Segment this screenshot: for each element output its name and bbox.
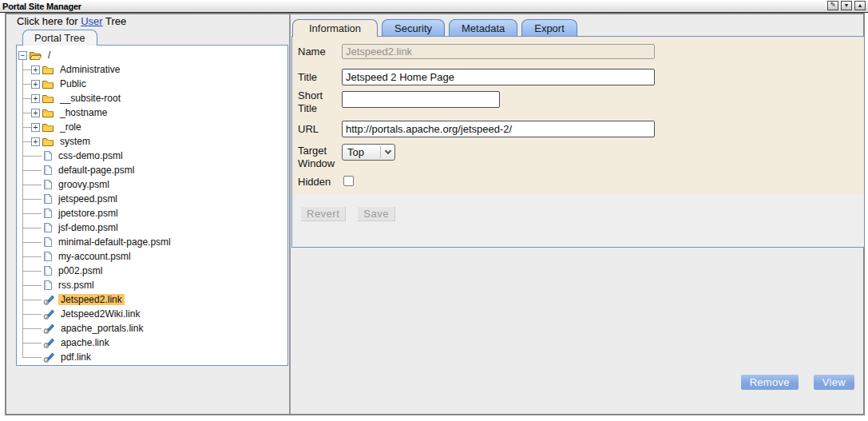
tree-item-system[interactable]: +system	[17, 134, 287, 149]
page-icon	[43, 222, 53, 233]
tree-connector-line	[22, 199, 42, 200]
tree-item-my-account-psml[interactable]: my-account.psml	[17, 249, 287, 264]
tree-item-jsf-demo-psml[interactable]: jsf-demo.psml	[17, 220, 287, 235]
view-button[interactable]: View	[814, 375, 854, 390]
remove-button[interactable]: Remove	[741, 375, 799, 390]
tree-item-label: system	[57, 136, 93, 147]
tree-item-administrative[interactable]: +Administrative	[17, 62, 287, 77]
tree-connector-line	[22, 343, 42, 344]
title-bar: Portal Site Manager ✎ ▼ ▲	[0, 0, 868, 13]
page-icon	[43, 193, 53, 205]
tree-connector-line	[22, 185, 42, 185]
folder-icon	[42, 65, 54, 75]
form-actions: Revert Save	[292, 194, 864, 221]
maximize-icon[interactable]: ▲	[854, 1, 866, 10]
tree-connector-line	[22, 70, 31, 70]
tree-item-[interactable]: −/	[17, 48, 287, 62]
short-title-field[interactable]	[342, 91, 500, 108]
tree-item-jetspeed2-link[interactable]: Jetspeed2.link	[17, 292, 287, 307]
tree-item-p002-psml[interactable]: p002.psml	[17, 264, 287, 278]
url-field[interactable]	[342, 121, 655, 137]
link-icon	[43, 323, 55, 334]
tab-security[interactable]: Security	[382, 19, 445, 36]
tab-metadata[interactable]: Metadata	[449, 19, 517, 36]
expand-icon[interactable]: +	[31, 80, 40, 89]
folder-icon	[42, 137, 54, 147]
tree-item-hostname[interactable]: +_hostname	[17, 105, 287, 120]
target-window-value: Top	[343, 146, 380, 158]
tree-item-label: Jetspeed2.link	[58, 294, 125, 305]
tree-item-rss-psml[interactable]: rss.psml	[17, 278, 287, 292]
tree-item-default-page-psml[interactable]: default-page.psml	[17, 163, 287, 177]
tree-connector-line	[22, 127, 31, 128]
tree-item-jpetstore-psml[interactable]: jpetstore.psml	[17, 206, 287, 220]
tree-item-public[interactable]: +Public	[17, 77, 287, 91]
name-field	[342, 44, 655, 59]
tree-item-apache-portals-link[interactable]: apache_portals.link	[17, 321, 287, 336]
tree-item-role[interactable]: +_role	[17, 120, 287, 134]
tree-connector-line	[22, 314, 42, 315]
tree-item-label: pdf.link	[58, 351, 93, 363]
url-label: URL	[298, 123, 341, 136]
title-field[interactable]	[342, 69, 655, 85]
expand-icon[interactable]: +	[31, 94, 40, 103]
tree-connector-line	[22, 156, 42, 157]
page-icon	[43, 280, 53, 291]
tree-connector-line	[22, 242, 42, 243]
tree-item-subsite-root[interactable]: +__subsite-root	[17, 91, 287, 105]
tab-export[interactable]: Export	[521, 19, 577, 36]
link-icon	[43, 308, 55, 320]
user-tree-link[interactable]: User	[81, 15, 102, 27]
page-icon	[43, 236, 53, 248]
expand-icon[interactable]: +	[31, 66, 40, 74]
tree-connector-line	[22, 271, 42, 272]
tree-connector-line	[22, 141, 31, 142]
link-icon	[43, 294, 55, 305]
page-icon	[43, 179, 53, 190]
footer-actions: Remove View	[741, 375, 854, 390]
tree-item-label: Administrative	[57, 64, 122, 75]
folder-icon	[42, 122, 54, 133]
tree-item-pdf-link[interactable]: pdf.link	[17, 350, 287, 364]
tab-information[interactable]: Information	[292, 19, 378, 37]
title-label: Title	[298, 71, 341, 84]
name-label: Name	[298, 46, 341, 58]
save-button[interactable]: Save	[357, 206, 395, 221]
tree-item-label: _hostname	[57, 107, 109, 118]
window-controls: ✎ ▼ ▲	[827, 1, 866, 10]
expand-icon[interactable]: +	[31, 123, 40, 132]
tree-item-label: groovy.psml	[56, 179, 112, 190]
edit-icon[interactable]: ✎	[827, 1, 838, 10]
expand-icon[interactable]: +	[31, 137, 40, 146]
revert-button[interactable]: Revert	[300, 206, 346, 221]
tree-connector-line	[22, 228, 42, 228]
tree-item-label: my-account.psml	[56, 251, 133, 262]
expand-icon[interactable]: +	[31, 109, 40, 117]
page-icon	[43, 165, 53, 176]
tree-item-apache-link[interactable]: apache.link	[17, 336, 287, 350]
tree-item-css-demo-psml[interactable]: css-demo.psml	[17, 149, 287, 163]
tree-connector-line	[22, 113, 31, 113]
tree-connector-line	[22, 300, 42, 300]
tree-item-label: __subsite-root	[57, 93, 123, 104]
portal-site-manager-window: Portal Site Manager ✎ ▼ ▲ Click here for…	[0, 0, 868, 421]
hidden-checkbox[interactable]	[343, 176, 354, 186]
minimize-icon[interactable]: ▼	[841, 1, 852, 10]
tree-item-label: default-page.psml	[56, 165, 137, 176]
tab-portal-tree[interactable]: Portal Tree	[22, 30, 97, 46]
tree-item-jetspeed2wiki-link[interactable]: Jetspeed2Wiki.link	[17, 307, 287, 321]
information-panel: Name Title Short Title URL Target Window…	[291, 36, 865, 248]
tree-item-minimal-default-page-psml[interactable]: minimal-default-page.psml	[17, 235, 287, 249]
tree-connector-line	[22, 170, 42, 171]
collapse-icon[interactable]: −	[18, 51, 27, 60]
target-window-select[interactable]: Top	[342, 144, 395, 161]
page-icon	[43, 251, 53, 262]
tree-item-jetspeed-psml[interactable]: jetspeed.psml	[17, 192, 287, 206]
tree-item-label: Jetspeed2Wiki.link	[58, 308, 142, 320]
tree-item-label: jetspeed.psml	[56, 193, 120, 205]
tree-item-label: rss.psml	[56, 280, 97, 291]
tree-item-label: p002.psml	[56, 265, 105, 276]
target-window-label: Target Window	[298, 145, 341, 171]
tree-connector-line	[22, 213, 42, 214]
tree-item-groovy-psml[interactable]: groovy.psml	[17, 177, 287, 192]
